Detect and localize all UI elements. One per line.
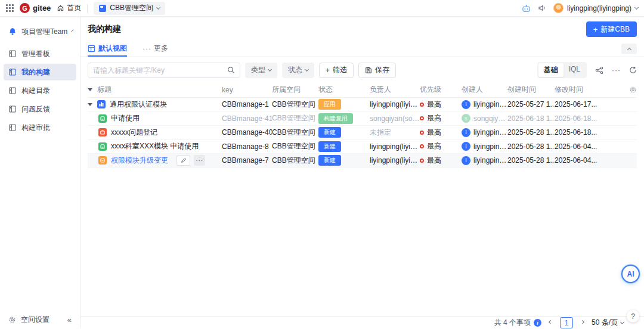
row-modified: 2025-06-17...	[555, 100, 621, 108]
sidebar-item-kanban[interactable]: 管理看板	[4, 45, 76, 62]
status-badge[interactable]: 新建	[318, 155, 341, 166]
column-creator[interactable]: 创建人	[462, 85, 507, 95]
row-title-link[interactable]: 权限模块升级变更	[111, 156, 168, 166]
apps-grid-icon[interactable]	[6, 4, 14, 12]
row-created: 2025-05-28 1...	[507, 156, 555, 164]
column-key[interactable]: key	[222, 86, 272, 94]
row-owner: liyingping(liyin...	[370, 100, 420, 108]
main-content: 我的构建 + 新建CBB 默认视图 ··· 更多 类型	[80, 17, 644, 328]
table-row[interactable]: xxxx科室XXX模块 申请使用 CBBmanage-8 CBB管理空间 新建 …	[88, 140, 637, 154]
creator-avatar: l	[462, 142, 470, 151]
workspace-tab-label: CBB管理空间	[110, 3, 153, 13]
table-row[interactable]: 通用权限认证模块 CBBmanage-1 CBB管理空间 应用 liyingpi…	[88, 98, 637, 112]
status-filter-dropdown[interactable]: 状态	[282, 63, 314, 78]
apply-item-icon	[98, 142, 107, 151]
sidebar-item-label: 管理看板	[21, 49, 50, 59]
status-badge[interactable]: 应用	[318, 99, 341, 110]
share-graph-icon[interactable]	[595, 66, 603, 75]
sidebar-team-label: 项目管理Team	[21, 27, 67, 37]
plus-icon: +	[326, 66, 330, 75]
info-icon[interactable]: i	[534, 319, 541, 327]
tab-default-view[interactable]: 默认视图	[88, 41, 127, 57]
tab-more-views[interactable]: ··· 更多	[143, 41, 168, 57]
column-status[interactable]: 状态	[318, 85, 370, 95]
view-tabs: 默认视图 ··· 更多	[80, 41, 644, 57]
search-input[interactable]	[93, 66, 224, 75]
table-row[interactable]: 权限模块升级变更 ··· CBBmanage-7 CBB管理空间 新建 liyi…	[88, 154, 637, 168]
board-icon	[8, 86, 17, 95]
chevron-down-icon	[72, 29, 74, 32]
row-created: 2025-06-18 1...	[507, 114, 555, 123]
creator-avatar: l	[462, 128, 470, 137]
row-title[interactable]: 通用权限认证模块	[110, 100, 167, 110]
status-badge[interactable]: 构建复用	[318, 113, 353, 124]
help-button[interactable]: ?	[627, 310, 639, 322]
sidebar-item-build-approval[interactable]: 构建审批	[4, 119, 76, 136]
user-avatar	[553, 3, 564, 13]
column-settings-gear-icon[interactable]	[629, 86, 637, 94]
gitee-logo[interactable]: G gitee	[20, 3, 51, 13]
next-page-button[interactable]	[580, 322, 585, 324]
ai-assistant-button[interactable]: AI	[621, 265, 640, 283]
sidebar-item-my-builds[interactable]: 我的构建	[4, 64, 76, 80]
row-key: CBBmanage-41	[222, 114, 272, 123]
row-key: CBBmanage-40	[222, 128, 272, 136]
column-title[interactable]: 标题	[97, 85, 112, 95]
column-space[interactable]: 所属空间	[272, 85, 318, 95]
top-bar: G gitee 首页 CBB管理空间 liyingping(liyingping…	[0, 0, 644, 17]
issue-item-icon	[98, 128, 107, 136]
refresh-icon[interactable]	[629, 66, 637, 74]
row-title[interactable]: xxxxx问题登记	[111, 128, 157, 138]
items-total: 共 4 个事项	[494, 318, 531, 328]
space-settings-label[interactable]: 空间设置	[21, 315, 49, 325]
workspace-tab[interactable]: CBB管理空间	[94, 2, 165, 15]
tab-label: 更多	[154, 44, 168, 54]
page-size-select[interactable]: 50 条/页	[592, 318, 624, 328]
prev-page-button[interactable]	[548, 322, 553, 324]
sidebar-item-build-catalog[interactable]: 构建目录	[4, 82, 76, 99]
mode-iql-option[interactable]: IQL	[564, 63, 586, 77]
table-row[interactable]: xxxxx问题登记 CBBmanage-40 CBB管理空间 新建 未指定 最高…	[88, 126, 637, 140]
page-number[interactable]: 1	[560, 317, 573, 328]
collapse-all-caret-icon[interactable]	[88, 88, 97, 91]
table-header: 标题 key 所属空间 状态 负责人 优先级 创建人 创建时间 修改时间	[88, 82, 637, 98]
row-title[interactable]: xxxx科室XXX模块 申请使用	[111, 141, 199, 151]
type-filter-dropdown[interactable]: 类型	[245, 63, 277, 78]
add-filter-button[interactable]: +筛选	[319, 63, 354, 78]
sidebar-team-switcher[interactable]: 项目管理Team	[4, 23, 76, 40]
row-created: 2025-05-28 1...	[507, 142, 555, 151]
row-created: 2025-05-28 1...	[507, 128, 555, 136]
more-options-icon[interactable]: ···	[612, 66, 621, 75]
collapse-filters-button[interactable]	[621, 44, 637, 54]
board-icon	[8, 68, 17, 76]
row-priority: 最高	[427, 100, 441, 110]
table-row[interactable]: 申请使用 CBBmanage-41 CBB管理空间 构建复用 songqiyan…	[88, 112, 637, 126]
sidebar-collapse-button[interactable]: «	[67, 315, 72, 324]
save-view-button[interactable]: 保存	[358, 63, 396, 78]
row-title[interactable]: 申请使用	[111, 113, 140, 123]
column-created[interactable]: 创建时间	[507, 85, 555, 95]
ellipsis-icon: ···	[143, 45, 151, 53]
gitee-logo-mark: G	[20, 3, 30, 13]
board-icon	[8, 123, 17, 132]
board-icon	[8, 49, 17, 58]
new-cbb-button[interactable]: + 新建CBB	[586, 21, 637, 37]
search-box[interactable]	[88, 63, 240, 78]
sidebar-item-feedback[interactable]: 问题反馈	[4, 101, 76, 117]
home-link[interactable]: 首页	[57, 3, 81, 13]
expand-caret-icon[interactable]	[88, 103, 97, 106]
status-badge[interactable]: 新建	[318, 127, 341, 138]
column-priority[interactable]: 优先级	[420, 85, 462, 95]
row-more-button[interactable]: ···	[194, 155, 205, 166]
user-menu[interactable]: liyingping(liyingping)	[553, 3, 638, 13]
mode-basic-option[interactable]: 基础	[538, 63, 564, 77]
edit-row-button[interactable]	[177, 155, 190, 166]
column-owner[interactable]: 负责人	[370, 85, 420, 95]
search-icon[interactable]	[227, 66, 235, 74]
apply-item-icon	[98, 114, 107, 123]
column-modified[interactable]: 修改时间	[555, 85, 621, 95]
status-badge[interactable]: 新建	[318, 141, 341, 152]
robot-assistant-icon[interactable]	[522, 4, 531, 13]
home-icon	[57, 4, 64, 12]
announcement-icon[interactable]	[538, 4, 546, 12]
